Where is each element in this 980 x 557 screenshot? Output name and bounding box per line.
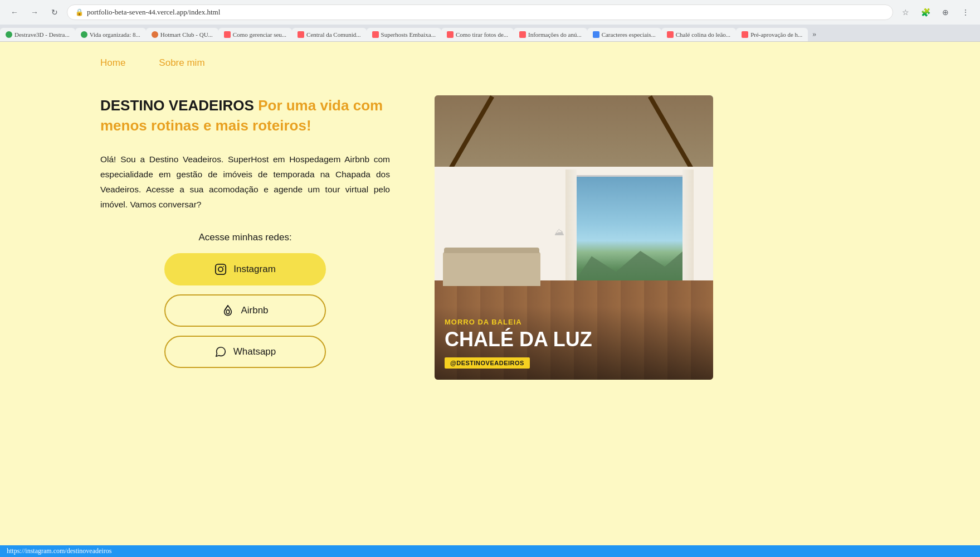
nav-home[interactable]: Home <box>100 57 125 69</box>
logo-on-wall: ⛰ <box>554 226 564 238</box>
sofa <box>443 252 540 286</box>
website-content: Home Sobre mim DESTINO VEADEIROS Por uma… <box>0 42 980 521</box>
tab-label: Informações do anú... <box>528 31 582 38</box>
tab-caracteres[interactable]: Caracteres especiais... <box>587 28 661 41</box>
airbnb-icon <box>222 304 234 317</box>
tab-label: Central da Comunid... <box>306 31 360 38</box>
tab-gerenciar[interactable]: Como gerenciar seu... <box>218 28 292 41</box>
tab-destrave3d[interactable]: Destrave3D - Destra... <box>0 28 75 41</box>
whatsapp-icon <box>214 346 227 358</box>
property-image: ⛰ MORRO DA BALEIA CHALÉ DA LUZ @DESTINOV… <box>435 95 713 380</box>
tab-favicon <box>298 31 304 38</box>
tab-favicon <box>742 31 748 38</box>
tab-label: Pré-aprovação de h... <box>750 31 802 38</box>
security-icon: 🔒 <box>75 8 84 17</box>
left-column: DESTINO VEADEIROS Por uma vida com menos… <box>100 95 390 377</box>
tab-favicon <box>519 31 526 38</box>
tab-comunidade[interactable]: Central da Comunid... <box>292 28 366 41</box>
tab-label: Como tirar fotos de... <box>456 31 508 38</box>
bookmark-star-button[interactable]: ☆ <box>898 4 913 20</box>
tab-superhosts[interactable]: Superhosts Embaixa... <box>367 28 441 41</box>
menu-button[interactable]: ⋮ <box>958 4 973 20</box>
tab-favicon <box>224 31 231 38</box>
tab-label: Chalé colina do leão... <box>676 31 730 38</box>
hero-title: DESTINO VEADEIROS Por uma vida com menos… <box>100 95 390 136</box>
room-detail: ⛰ MORRO DA BALEIA CHALÉ DA LUZ @DESTINOV… <box>435 95 713 380</box>
tab-favicon <box>447 31 454 38</box>
social-title: Acesse minhas redes: <box>100 232 390 243</box>
main-content: DESTINO VEADEIROS Por uma vida com menos… <box>0 84 980 413</box>
whatsapp-label: Whatsapp <box>233 346 276 357</box>
whatsapp-button[interactable]: Whatsapp <box>164 336 326 368</box>
tab-informacoes[interactable]: Informações do anú... <box>514 28 587 41</box>
sofa-back <box>444 248 539 253</box>
svg-point-2 <box>223 266 224 267</box>
browser-tabs: Destrave3D - Destra... Vida organizada: … <box>0 25 980 41</box>
instagram-button[interactable]: Instagram <box>164 253 326 285</box>
reload-button[interactable]: ↻ <box>47 4 62 20</box>
curtain-right <box>682 169 694 294</box>
tab-label: Superhosts Embaixa... <box>381 31 436 38</box>
tab-label: Destrave3D - Destra... <box>14 31 70 38</box>
window <box>565 175 691 294</box>
tab-favicon <box>152 31 158 38</box>
forward-button[interactable]: → <box>27 4 42 20</box>
hero-description: Olá! Sou a Destino Veadeiros. SuperHost … <box>100 152 390 212</box>
browser-toolbar: ← → ↻ 🔒 portfolio-beta-seven-44.vercel.a… <box>0 0 980 25</box>
extensions-button[interactable]: 🧩 <box>918 4 933 20</box>
airbnb-label: Airbnb <box>241 305 268 316</box>
profile-button[interactable]: ⊕ <box>938 4 953 20</box>
tab-favicon <box>593 31 599 38</box>
instagram-icon <box>214 263 227 275</box>
tab-fotos[interactable]: Como tirar fotos de... <box>441 28 514 41</box>
tab-chale[interactable]: Chalé colina do leão... <box>661 28 736 41</box>
status-bar: https://instagram.com/destinoveadeiros <box>0 545 980 557</box>
tab-preaprovacao[interactable]: Pré-aprovação de h... <box>736 28 808 41</box>
tab-label: Como gerenciar seu... <box>233 31 286 38</box>
tab-label: Vida organizada: 8... <box>90 31 140 38</box>
svg-rect-0 <box>216 264 226 274</box>
status-url: https://instagram.com/destinoveadeiros <box>7 547 111 555</box>
property-name: CHALÉ DA LUZ <box>445 328 703 351</box>
tab-label: Hotmart Club - QU... <box>160 31 213 38</box>
hero-title-black: DESTINO VEADEIROS <box>100 97 254 114</box>
back-button[interactable]: ← <box>7 4 22 20</box>
tab-label: Caracteres especiais... <box>602 31 656 38</box>
tab-vida-organizada[interactable]: Vida organizada: 8... <box>75 28 146 41</box>
social-section: Acesse minhas redes: Instagram <box>100 232 390 368</box>
tab-favicon <box>81 31 87 38</box>
tab-favicon <box>667 31 674 38</box>
main-nav: Home Sobre mim <box>0 42 980 84</box>
tab-favicon <box>372 31 379 38</box>
property-subtitle: MORRO DA BALEIA <box>445 318 703 326</box>
tab-hotmart[interactable]: Hotmart Club - QU... <box>146 28 218 41</box>
right-column: ⛰ MORRO DA BALEIA CHALÉ DA LUZ @DESTINOV… <box>435 95 713 380</box>
address-bar[interactable]: 🔒 portfolio-beta-seven-44.vercel.app/ind… <box>67 4 893 20</box>
url-text: portfolio-beta-seven-44.vercel.app/index… <box>87 8 220 17</box>
property-handle-badge: @DESTINOVEADEIROS <box>445 357 530 369</box>
more-tabs-button[interactable]: » <box>808 28 821 41</box>
airbnb-button[interactable]: Airbnb <box>164 294 326 327</box>
tab-favicon <box>6 31 12 38</box>
curtain-left <box>565 169 577 294</box>
browser-chrome: ← → ↻ 🔒 portfolio-beta-seven-44.vercel.a… <box>0 0 980 42</box>
image-overlay: MORRO DA BALEIA CHALÉ DA LUZ @DESTINOVEA… <box>435 307 713 380</box>
instagram-label: Instagram <box>233 264 276 275</box>
svg-point-1 <box>218 267 223 272</box>
nav-about[interactable]: Sobre mim <box>159 57 204 69</box>
window-view <box>567 177 689 293</box>
svg-point-3 <box>227 310 230 314</box>
